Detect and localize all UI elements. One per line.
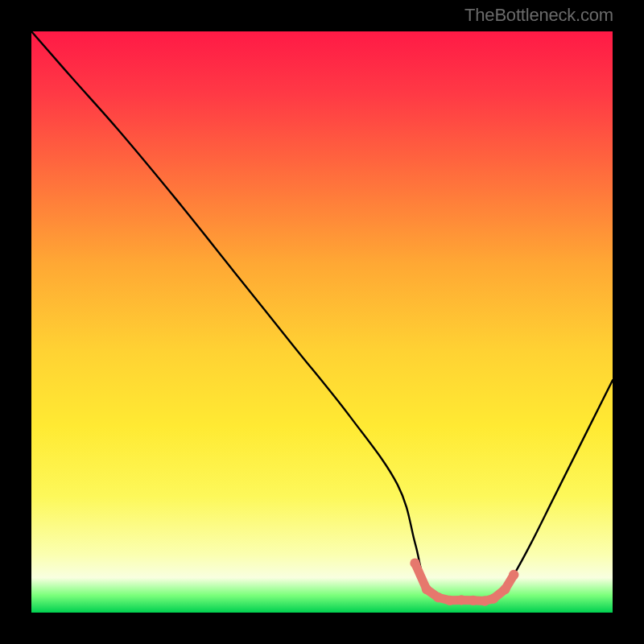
marker-dot xyxy=(489,593,498,603)
marker-segment xyxy=(505,575,514,589)
marker-segment xyxy=(415,564,427,589)
marker-segment xyxy=(485,599,493,601)
marker-dot xyxy=(456,595,466,605)
plot-area xyxy=(31,31,613,613)
chart-frame: TheBottleneck.com xyxy=(0,0,644,644)
marker-dot xyxy=(469,596,478,605)
bottleneck-range-markers xyxy=(410,558,518,605)
marker-dot xyxy=(500,584,510,594)
watermark-text: TheBottleneck.com xyxy=(464,5,613,26)
marker-segment xyxy=(427,589,438,597)
bottleneck-curve xyxy=(31,31,613,601)
curve-layer xyxy=(31,31,613,613)
marker-dot xyxy=(445,596,455,605)
marker-segment xyxy=(493,589,505,599)
marker-dot xyxy=(509,570,518,580)
marker-dot xyxy=(422,584,431,594)
marker-segment xyxy=(473,601,485,601)
marker-dot xyxy=(480,596,489,605)
marker-segment xyxy=(438,597,449,601)
marker-dot xyxy=(433,592,443,602)
marker-dot xyxy=(410,558,419,568)
